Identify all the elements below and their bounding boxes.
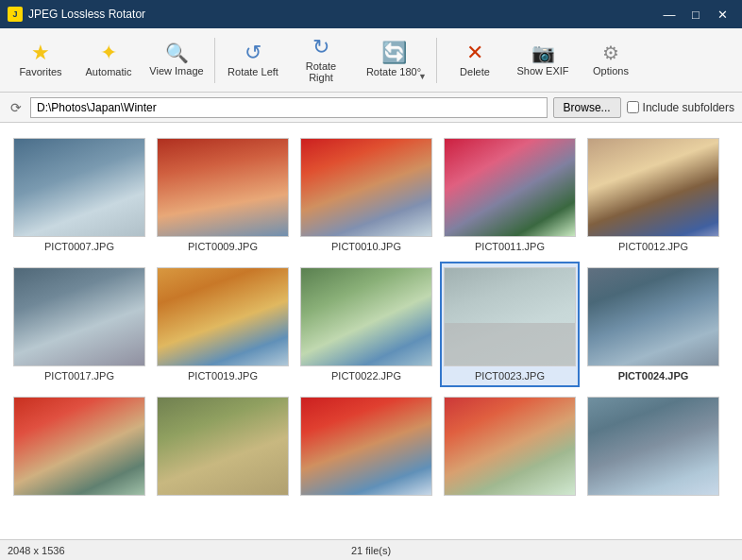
thumbnail-image [158, 139, 288, 236]
browse-button[interactable]: Browse... [553, 97, 621, 118]
options-label: Options [593, 65, 629, 76]
file-count-status: 21 file(s) [250, 545, 493, 556]
image-grid: PICT0007.JPGPICT0009.JPGPICT0010.JPGPICT… [0, 123, 742, 539]
image-item[interactable]: PICT0007.JPG [9, 132, 149, 258]
address-bar: ⟳ Browse... Include subfolders [0, 93, 742, 123]
title-bar-controls: — □ ✕ [657, 4, 734, 25]
thumbnail-image [445, 398, 575, 495]
image-label: PICT0017.JPG [44, 370, 114, 382]
subfolders-checkbox-label[interactable]: Include subfolders [627, 101, 734, 114]
image-item[interactable] [9, 391, 149, 501]
title-bar: J JPEG Lossless Rotator — □ ✕ [0, 0, 742, 28]
favorites-button[interactable]: ★ Favorites [8, 33, 74, 88]
thumbnail-image [14, 139, 144, 236]
image-label: PICT0022.JPG [331, 370, 401, 382]
image-label: PICT0019.JPG [188, 370, 258, 382]
rotate-180-button[interactable]: 🔄 Rotate 180° ▼ [356, 33, 431, 88]
thumbnail [300, 397, 432, 496]
toolbar-separator-1 [214, 38, 215, 83]
thumbnail [587, 267, 719, 366]
subfolders-label: Include subfolders [643, 101, 734, 114]
star-icon: ★ [31, 42, 50, 63]
thumbnail-image [301, 139, 431, 236]
rotate-left-icon: ↺ [245, 42, 261, 63]
image-label: PICT0023.JPG [475, 370, 545, 382]
image-label: PICT0012.JPG [618, 241, 688, 252]
thumbnail [587, 397, 719, 496]
close-button[interactable]: ✕ [710, 4, 734, 25]
image-item[interactable]: PICT0010.JPG [296, 132, 436, 258]
thumbnail-image [14, 398, 144, 495]
image-label: PICT0010.JPG [331, 241, 401, 252]
rotate-right-button[interactable]: ↻ Rotate Right [288, 33, 354, 88]
rotate-180-label: Rotate 180° [366, 66, 421, 77]
thumbnail [300, 267, 432, 366]
thumbnail [444, 267, 576, 366]
options-icon: ⚙ [602, 43, 619, 62]
maximize-button[interactable]: □ [683, 4, 708, 25]
image-item[interactable]: PICT0012.JPG [583, 132, 723, 258]
app-icon: J [8, 7, 23, 22]
main-content: PICT0007.JPGPICT0009.JPGPICT0010.JPGPICT… [0, 123, 742, 539]
image-item[interactable] [296, 391, 436, 501]
toolbar-separator-2 [436, 38, 437, 83]
image-label: PICT0024.JPG [618, 370, 689, 382]
rotate-180-icon: 🔄 [381, 42, 407, 63]
dimensions-status: 2048 x 1536 [8, 545, 250, 556]
thumbnail [13, 397, 145, 496]
selected-overlay [445, 323, 575, 365]
history-icon: ⟳ [8, 99, 25, 116]
automatic-button[interactable]: ✦ Automatic [76, 33, 142, 88]
image-label: PICT0009.JPG [188, 241, 258, 252]
thumbnail [444, 397, 576, 496]
thumbnail [157, 397, 289, 496]
rotate-right-label: Rotate Right [293, 60, 349, 83]
minimize-button[interactable]: — [657, 4, 682, 25]
exif-icon: 📷 [531, 43, 555, 62]
delete-label: Delete [460, 66, 490, 77]
view-image-button[interactable]: 🔍 View Image [143, 33, 210, 88]
automatic-icon: ✦ [100, 42, 117, 63]
image-item[interactable]: PICT0011.JPG [440, 132, 580, 258]
delete-icon: ✕ [466, 42, 483, 63]
image-item[interactable]: PICT0019.JPG [153, 262, 293, 387]
view-icon: 🔍 [165, 43, 189, 62]
image-item[interactable]: PICT0024.JPG [583, 262, 723, 387]
image-item[interactable] [583, 391, 723, 501]
subfolders-checkbox[interactable] [627, 101, 639, 113]
thumbnail [157, 138, 289, 237]
thumbnail-image [445, 139, 575, 236]
thumbnail-image [301, 268, 431, 365]
rotate-180-dropdown-arrow: ▼ [418, 72, 427, 81]
automatic-label: Automatic [86, 66, 132, 77]
status-bar: 2048 x 1536 21 file(s) [0, 539, 742, 560]
image-item[interactable]: PICT0023.JPG [440, 262, 580, 387]
thumbnail-image [158, 398, 288, 495]
rotate-left-label: Rotate Left [228, 66, 278, 77]
options-button[interactable]: ⚙ Options [578, 33, 644, 88]
thumbnail-image [158, 268, 288, 365]
thumbnail-image [588, 398, 718, 495]
thumbnail [444, 138, 576, 237]
title-bar-left: J JPEG Lossless Rotator [8, 7, 145, 22]
show-exif-label: Show EXIF [516, 65, 568, 76]
thumbnail [300, 138, 432, 237]
rotate-left-button[interactable]: ↺ Rotate Left [220, 33, 286, 88]
image-item[interactable]: PICT0009.JPG [153, 132, 293, 258]
image-label: PICT0011.JPG [475, 241, 545, 252]
show-exif-button[interactable]: 📷 Show EXIF [510, 33, 576, 88]
toolbar: ★ Favorites ✦ Automatic 🔍 View Image ↺ R… [0, 28, 742, 93]
image-item[interactable]: PICT0022.JPG [296, 262, 436, 387]
image-item[interactable] [440, 391, 580, 501]
path-input[interactable] [30, 97, 548, 118]
thumbnail-image [588, 268, 718, 365]
thumbnail-image [588, 139, 718, 236]
thumbnail [13, 267, 145, 366]
image-item[interactable] [153, 391, 293, 501]
delete-button[interactable]: ✕ Delete [442, 33, 508, 88]
thumbnail [13, 138, 145, 237]
app-title: JPEG Lossless Rotator [28, 8, 145, 21]
image-item[interactable]: PICT0017.JPG [9, 262, 149, 387]
favorites-label: Favorites [19, 66, 61, 77]
thumbnail [587, 138, 719, 237]
